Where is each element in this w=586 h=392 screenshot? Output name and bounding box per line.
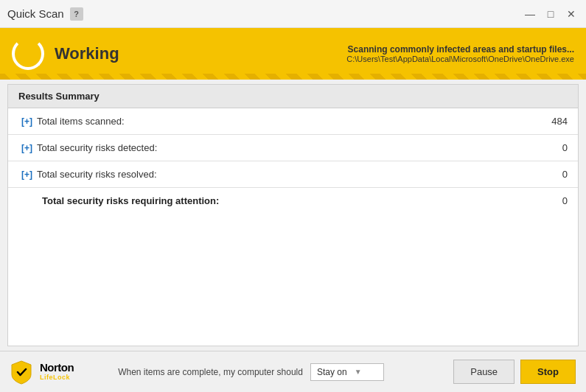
row-label: Total security risks requiring attention…	[42, 195, 219, 206]
table-row: [+]Total security risks resolved:0	[8, 161, 578, 188]
close-button[interactable]: ✕	[564, 7, 579, 21]
norton-text-block: Norton LifeLock	[40, 362, 74, 381]
footer: Norton LifeLock When items are complete,…	[0, 351, 586, 392]
empty-area	[8, 214, 578, 346]
norton-sub: LifeLock	[40, 374, 74, 382]
title-bar: Quick Scan ? — □ ✕	[0, 0, 586, 28]
title-bar-controls: — □ ✕	[523, 7, 579, 21]
footer-buttons: Pause Stop	[453, 360, 576, 384]
main-content: Results Summary [+]Total items scanned:4…	[7, 84, 579, 346]
results-header: Results Summary	[8, 85, 578, 108]
table-row: Total security risks requiring attention…	[8, 188, 578, 214]
scanning-text: Scanning commonly infected areas and sta…	[346, 44, 574, 55]
stay-on-select[interactable]: Stay on ▼	[310, 363, 384, 381]
table-row: [+]Total security risks detected:0	[8, 135, 578, 161]
row-value: 0	[519, 135, 578, 161]
expand-button[interactable]: [+]	[21, 116, 32, 127]
row-value: 484	[519, 108, 578, 135]
stop-button[interactable]: Stop	[520, 360, 576, 384]
norton-logo	[10, 360, 32, 385]
table-row: [+]Total items scanned:484	[8, 108, 578, 135]
row-label: Total security risks detected:	[37, 142, 157, 153]
results-table: [+]Total items scanned:484[+]Total secur…	[8, 108, 578, 214]
scanning-file: C:\Users\Test\AppData\Local\Microsoft\On…	[346, 55, 574, 63]
row-label: Total security risks resolved:	[37, 169, 157, 180]
norton-name: Norton	[40, 362, 74, 374]
stay-on-label: Stay on	[317, 367, 347, 377]
pause-button[interactable]: Pause	[453, 360, 515, 384]
working-label: Working	[55, 44, 346, 63]
maximize-button[interactable]: □	[543, 7, 558, 21]
status-bar: Working Scanning commonly infected areas…	[0, 28, 586, 80]
footer-left: Norton LifeLock When items are complete,…	[10, 360, 384, 385]
row-value: 0	[519, 188, 578, 214]
row-value: 0	[519, 161, 578, 188]
help-badge[interactable]: ?	[70, 7, 83, 21]
row-label: Total items scanned:	[37, 116, 125, 127]
title-bar-left: Quick Scan ?	[7, 7, 83, 21]
minimize-button[interactable]: —	[523, 7, 537, 21]
norton-shield-icon	[10, 360, 32, 385]
completion-label: When items are complete, my computer sho…	[118, 367, 303, 377]
window-title: Quick Scan	[7, 7, 64, 20]
dropdown-arrow-icon: ▼	[355, 368, 362, 376]
expand-button[interactable]: [+]	[21, 143, 32, 153]
expand-button[interactable]: [+]	[21, 169, 32, 180]
scan-info: Scanning commonly infected areas and sta…	[346, 44, 574, 63]
working-spinner	[12, 38, 44, 70]
